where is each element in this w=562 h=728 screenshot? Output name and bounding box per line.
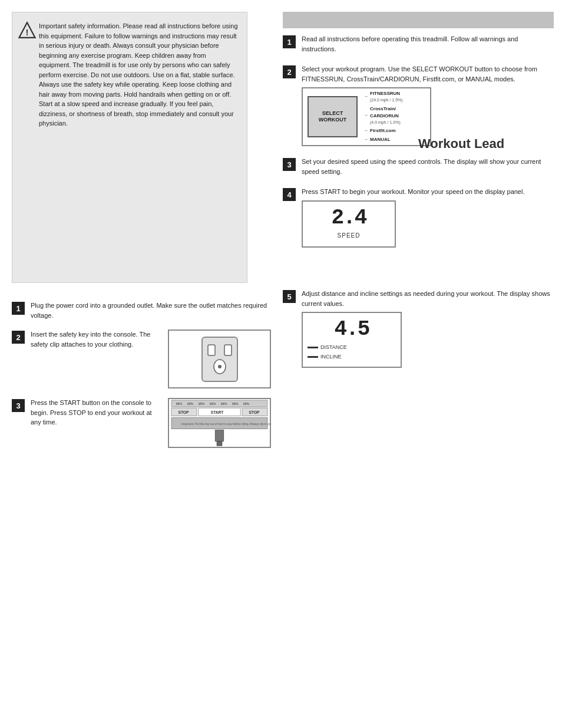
step-2-content: Select your workout program. Use the SEL… (302, 64, 554, 146)
workout-diagram: SELECTWORKOUT → FITNESSRUN (24.0 mph / 1… (302, 87, 431, 146)
bottom-step-3: 3 Press the START button on the console … (12, 398, 271, 448)
outlet-diagram (168, 330, 271, 388)
svg-text:STOP: STOP (178, 410, 189, 414)
svg-rect-4 (224, 345, 232, 355)
svg-text:MPH: MPH (232, 403, 239, 406)
step-4-content: Press START to begin your workout. Monit… (302, 187, 554, 248)
step-3: 3 Set your desired speed using the speed… (283, 157, 554, 176)
warning-text: Important safety information. Please rea… (39, 21, 238, 129)
incline-label: INCLINE (320, 353, 342, 361)
step-1-content: Read all instructions before operating t… (302, 34, 554, 54)
distance-label: DISTANCE (320, 344, 347, 352)
arrow-icon: → (363, 93, 368, 100)
svg-text:MPH: MPH (176, 403, 183, 406)
crosstrain-label: CrossTrain/CARDIORUN (370, 106, 401, 120)
svg-rect-7 (171, 400, 267, 407)
crosstrain-sub: (4.0 mph / 1.0%) (370, 120, 401, 126)
workout-option-fitnessrun: → FITNESSRUN (24.0 mph / 1.5%) (363, 90, 403, 104)
manual-label: MANUAL (370, 136, 391, 143)
svg-rect-3 (208, 345, 215, 355)
bottom-left-steps: 1 Plug the power cord into a grounded ou… (12, 301, 271, 457)
incline-line-icon (308, 356, 318, 358)
workout-option-firstfit: → Firstfit.com (363, 127, 403, 134)
workout-option-crosstrain: → CrossTrain/CARDIORUN (4.0 mph / 1.0%) (363, 106, 403, 126)
arrow-icon-4: → (363, 136, 368, 143)
select-workout-box: SELECTWORKOUT (308, 96, 358, 137)
incline-label-row: INCLINE (308, 353, 342, 361)
warning-box: ! Important safety information. Please r… (12, 12, 247, 283)
svg-text:MPH: MPH (199, 403, 205, 406)
arrow-icon-3: → (363, 127, 368, 134)
bottom-step-1: 1 Plug the power cord into a grounded ou… (12, 301, 271, 320)
step-5: 5 Adjust distance and incline settings a… (283, 289, 554, 368)
svg-text:Important: Put this key out of: Important: Put this key out of harm's wa… (181, 423, 271, 426)
distance-line-icon (308, 347, 318, 348)
svg-text:MPH: MPH (210, 403, 216, 406)
step-5-content: Adjust distance and incline settings as … (302, 289, 554, 368)
step-1: 1 Read all instructions before operating… (283, 34, 554, 54)
distance-display-box: 4.5 DISTANCE INCLINE (302, 312, 402, 368)
step-3-number: 3 (283, 158, 296, 171)
svg-text:MPH: MPH (221, 403, 227, 406)
fitnessrun-label: FITNESSRUN (370, 90, 403, 97)
step-2-number: 2 (283, 65, 296, 78)
workout-options: → FITNESSRUN (24.0 mph / 1.5%) → CrossTr… (363, 90, 403, 143)
distance-label-row: DISTANCE (308, 344, 347, 352)
bottom-step-3-content: Press the START button on the console to… (31, 398, 156, 427)
bottom-step-3-number: 3 (12, 399, 25, 412)
step-4: 4 Press START to begin your workout. Mon… (283, 187, 554, 248)
svg-text:MPH: MPH (187, 403, 194, 406)
right-column: 1 Read all instructions before operating… (283, 12, 554, 258)
step-5-number: 5 (283, 290, 296, 303)
firstfit-label: Firstfit.com (370, 127, 396, 134)
step-3-content: Set your desired speed using the speed c… (302, 157, 554, 176)
speed-display-number: 2.4 (332, 207, 366, 229)
bottom-step-1-content: Plug the power cord into a grounded outl… (31, 301, 271, 320)
svg-rect-23 (215, 430, 223, 441)
workout-lead-title: Workout Lead (418, 136, 513, 151)
step-2: 2 Select your workout program. Use the S… (283, 64, 554, 146)
svg-text:MPH: MPH (243, 403, 250, 406)
step-4-number: 4 (283, 188, 296, 201)
warning-icon: ! (18, 21, 36, 39)
bottom-step-2: 2 Insert the safety key into the console… (12, 330, 271, 388)
workout-option-manual: → MANUAL (363, 136, 403, 143)
right-bottom-steps: 5 Adjust distance and incline settings a… (283, 289, 554, 378)
svg-rect-24 (217, 441, 222, 446)
svg-text:STOP: STOP (249, 410, 260, 414)
bottom-step-2-number: 2 (12, 331, 25, 344)
svg-text:!: ! (26, 27, 29, 37)
console-diagram: MPH MPH MPH MPH MPH MPH MPH STOP START S… (168, 398, 271, 448)
speed-display-box: 2.4 SPEED (302, 200, 396, 248)
svg-text:START: START (211, 410, 224, 414)
bottom-step-2-content: Insert the safety key into the console. … (31, 330, 156, 349)
bottom-step-1-number: 1 (12, 302, 25, 315)
fitnessrun-sub: (24.0 mph / 1.5%) (370, 97, 403, 104)
arrow-icon-2: → (363, 112, 368, 119)
distance-display-number: 4.5 (335, 319, 369, 340)
select-workout-label: SELECTWORKOUT (319, 110, 347, 123)
step-1-number: 1 (283, 35, 296, 48)
speed-display-label: SPEED (338, 231, 361, 240)
svg-point-6 (218, 365, 222, 368)
distance-display-labels: DISTANCE INCLINE (308, 342, 396, 361)
section-header-bar (283, 12, 554, 28)
